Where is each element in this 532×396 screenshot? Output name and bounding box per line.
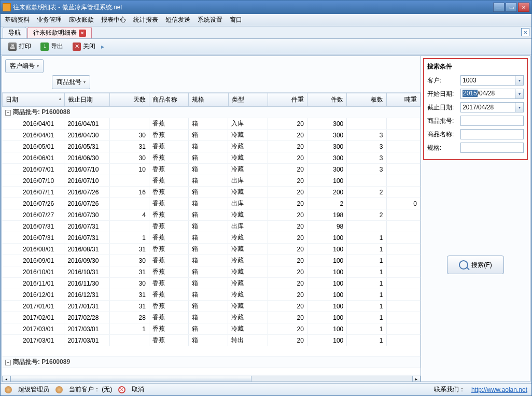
titlebar: 往来账款明细表 - 傲蓝冷库管理系统.net — ▭ ✕ <box>1 1 531 14</box>
horizontal-scrollbar[interactable]: ◂ ▸ <box>2 375 421 381</box>
table-row[interactable]: 2016/07/112016/07/2616香蕉箱冷藏202002 <box>2 187 421 198</box>
end-date-label: 截止日期: <box>427 103 457 112</box>
menu-window[interactable]: 窗口 <box>230 16 242 24</box>
table-row[interactable]: 2016/10/012016/10/3131香蕉箱冷藏201001 <box>2 266 421 278</box>
export-icon: ⤓ <box>40 43 49 51</box>
contact-label: 联系我们： <box>434 385 465 394</box>
col-name[interactable]: 商品名称 <box>149 93 189 107</box>
print-icon: 🖶 <box>8 43 17 51</box>
print-button[interactable]: 🖶打印 <box>5 40 35 52</box>
table-row[interactable]: 2017/02/012017/02/2828香蕉箱冷藏201001 <box>2 312 421 323</box>
table-row[interactable]: 2016/04/012016/04/3030香蕉箱冷藏203003 <box>2 130 421 141</box>
sort-asc-icon: ▲ <box>58 96 62 101</box>
customer-input[interactable] <box>460 75 515 86</box>
tab-close-icon[interactable]: ✕ <box>79 30 86 37</box>
start-date-input[interactable]: 2015/04/28 <box>460 89 515 99</box>
scroll-left-button[interactable]: ◂ <box>2 376 10 382</box>
search-icon <box>459 260 468 270</box>
batch-label: 商品批号: <box>427 117 457 125</box>
col-end[interactable]: 截止日期 <box>64 93 109 107</box>
table-row[interactable]: 2017/03/012017/03/01香蕉箱转出201001 <box>2 335 421 346</box>
menubar: 基础资料 业务管理 应收账款 报表中心 统计报表 短信发送 系统设置 窗口 <box>1 14 531 26</box>
close-window-button[interactable]: ✕ <box>518 3 529 12</box>
product-name-input[interactable] <box>460 129 524 139</box>
chevron-down-icon: ▾ <box>37 64 39 68</box>
table-row[interactable]: 2016/07/102016/07/10香蕉箱出库20100 <box>2 175 421 187</box>
table-row[interactable]: 2016/09/012016/09/3030香蕉箱冷藏201001 <box>2 255 421 266</box>
group-row[interactable]: −商品批号: P1600089 <box>2 357 421 368</box>
grid-body[interactable]: −商品批号: P16000882016/04/012016/04/01香蕉箱入库… <box>2 107 421 375</box>
col-date[interactable]: 日期▲ <box>3 93 65 107</box>
customer-dropdown[interactable]: ▾ <box>515 75 524 86</box>
table-row[interactable]: 2016/07/012016/07/1010香蕉箱冷藏203003 <box>2 164 421 175</box>
app-icon <box>3 3 11 11</box>
spec-input[interactable] <box>460 143 524 153</box>
customer-label: 客户: <box>427 76 457 85</box>
menu-stats[interactable]: 统计报表 <box>133 16 158 24</box>
table-row[interactable]: 2016/07/262016/07/26香蕉箱出库2020 <box>2 198 421 209</box>
search-button[interactable]: 搜索(F) <box>447 256 504 274</box>
search-header: 搜索条件 <box>427 62 524 71</box>
table-row[interactable]: 2016/07/272016/07/304香蕉箱冷藏201982 <box>2 209 421 221</box>
table-row[interactable]: 2016/07/312016/07/31香蕉箱出库2098 <box>2 221 421 232</box>
scroll-right-button[interactable]: ▸ <box>412 376 421 382</box>
menu-reports[interactable]: 报表中心 <box>101 16 126 24</box>
toolbar-overflow-chevron[interactable]: ▸ <box>101 43 106 50</box>
maximize-button[interactable]: ▭ <box>506 3 517 12</box>
spec-label: 规格: <box>427 144 457 152</box>
col-pallet[interactable]: 板数 <box>347 93 386 107</box>
grid: 日期▲ 截止日期 天数 商品名称 规格 类型 件重 件数 板数 吨重 <box>2 93 421 381</box>
menu-business[interactable]: 业务管理 <box>37 16 62 24</box>
cancel-label[interactable]: 取消 <box>132 385 144 394</box>
menu-basic[interactable]: 基础资料 <box>5 16 30 24</box>
toolbar: 🖶打印 ⤓导出 ✕关闭 ▸ <box>1 39 531 54</box>
start-date-dropdown[interactable]: ▾ <box>515 89 524 99</box>
contact-link[interactable]: http://www.aolan.net <box>471 386 527 393</box>
menu-settings[interactable]: 系统设置 <box>198 16 222 24</box>
group-chip-batch[interactable]: 商品批号▾ <box>52 75 90 89</box>
cancel-icon[interactable]: ✕ <box>118 386 125 393</box>
table-row[interactable]: 2016/11/012016/11/3030香蕉箱冷藏201001 <box>2 278 421 289</box>
table-row[interactable]: 2016/04/012016/04/01香蕉箱入库20300 <box>2 118 421 130</box>
grid-header: 日期▲ 截止日期 天数 商品名称 规格 类型 件重 件数 板数 吨重 <box>3 93 421 107</box>
customer-icon <box>55 386 63 393</box>
close-button[interactable]: ✕关闭 <box>69 40 99 52</box>
menu-sms[interactable]: 短信发送 <box>165 16 190 24</box>
current-user: 超级管理员 <box>18 385 49 394</box>
table-row[interactable]: 2017/03/012017/03/011香蕉箱冷藏201001 <box>2 323 421 335</box>
table-row[interactable]: 2016/07/312016/07/311香蕉箱冷藏201001 <box>2 232 421 244</box>
table-row[interactable]: 2017/01/012017/01/3131香蕉箱冷藏201001 <box>2 301 421 312</box>
tab-nav[interactable]: 导航 <box>3 27 26 38</box>
menu-receivable[interactable]: 应收账款 <box>69 16 94 24</box>
user-icon <box>5 386 12 393</box>
col-type[interactable]: 类型 <box>228 93 268 107</box>
statusbar: 超级管理员 当前客户： (无) ✕ 取消 联系我们： http://www.ao… <box>1 383 531 395</box>
tabstrip-close-button[interactable]: ✕ <box>521 28 529 36</box>
col-spec[interactable]: 规格 <box>189 93 228 107</box>
col-qty[interactable]: 件数 <box>307 93 347 107</box>
tab-detail[interactable]: 往来账款明细表 ✕ <box>27 27 92 38</box>
col-ton[interactable]: 吨重 <box>386 93 420 107</box>
expand-toggle[interactable]: − <box>5 110 11 116</box>
product-name-label: 商品名称: <box>427 130 457 139</box>
app-window: 往来账款明细表 - 傲蓝冷库管理系统.net — ▭ ✕ 基础资料 业务管理 应… <box>0 0 532 396</box>
tabstrip: 导航 往来账款明细表 ✕ ✕ <box>1 26 531 39</box>
export-button[interactable]: ⤓导出 <box>37 40 67 52</box>
scroll-track[interactable] <box>10 376 412 382</box>
col-unitw[interactable]: 件重 <box>268 93 307 107</box>
expand-toggle[interactable]: − <box>5 360 11 365</box>
table-row[interactable]: 2016/05/012016/05/3131香蕉箱冷藏203003 <box>2 141 421 152</box>
group-chip-customer[interactable]: 客户编号▾ <box>5 59 44 73</box>
table-row[interactable]: 2016/06/012016/06/3030香蕉箱冷藏203003 <box>2 152 421 164</box>
table-row[interactable]: 2016/12/012016/12/3131香蕉箱冷藏201001 <box>2 289 421 301</box>
end-date-dropdown[interactable]: ▾ <box>515 102 524 112</box>
batch-input[interactable] <box>460 116 524 126</box>
minimize-button[interactable]: — <box>493 3 505 12</box>
content: 客户编号▾ 商品批号▾ 日期▲ 截止日期 天数 商品名称 规格 类型 件重 件数 <box>2 55 530 382</box>
scroll-thumb[interactable] <box>10 376 251 382</box>
group-row[interactable]: −商品批号: P1600088 <box>2 107 421 118</box>
col-days[interactable]: 天数 <box>109 93 149 107</box>
table-row[interactable]: 2016/08/012016/08/3131香蕉箱冷藏201001 <box>2 244 421 255</box>
end-date-input[interactable] <box>460 102 515 112</box>
main-panel: 客户编号▾ 商品批号▾ 日期▲ 截止日期 天数 商品名称 规格 类型 件重 件数 <box>2 56 421 381</box>
